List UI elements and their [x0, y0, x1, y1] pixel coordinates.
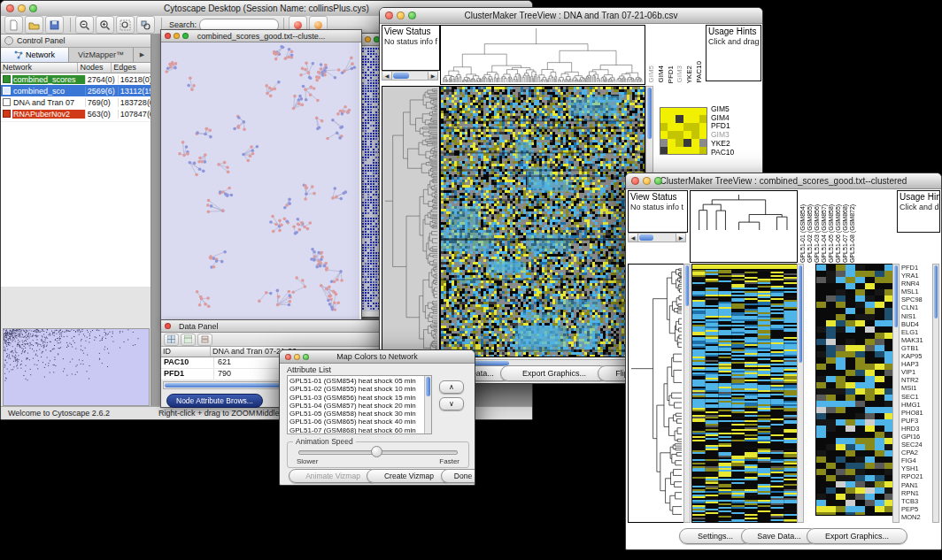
gene-label[interactable]: RNR4 [901, 280, 931, 288]
gene-label[interactable]: MON2 [901, 513, 931, 521]
network-list-row[interactable]: combined_sco2569(6)13112(15) [1, 85, 151, 96]
gene-label[interactable]: TCB3 [901, 497, 931, 505]
speed-slider-thumb[interactable] [371, 446, 382, 457]
close-button[interactable] [385, 12, 393, 19]
attribute-item[interactable]: GPL51-01 (GSM854) heat shock 05 min [290, 377, 423, 385]
gene-label[interactable]: HRD3 [901, 425, 931, 433]
scroll-right-icon[interactable]: ▶ [676, 234, 685, 242]
dendrogram-scrollbar[interactable] [683, 264, 691, 523]
frame-titlebar[interactable]: Data Panel [161, 320, 382, 333]
frame-titlebar[interactable]: combined_scores_good.txt--cluste... [161, 30, 361, 42]
gene-label[interactable]: MSI1 [901, 384, 931, 392]
create-vizmap-button[interactable]: Create Vizmap [367, 469, 452, 483]
export-graphics-button[interactable]: Export Graphics... [807, 528, 907, 544]
mini-scrollbar[interactable]: ◀ ▶ [628, 233, 686, 242]
correlation-matrix-canvas[interactable] [660, 107, 707, 155]
tab-vizmapper[interactable]: VizMapper™ [69, 48, 134, 62]
gene-label[interactable]: GTB1 [901, 344, 931, 352]
gene-list-scrollbar[interactable] [932, 264, 939, 523]
network-list-row[interactable]: combined_scores2764(0)16218(0) [1, 73, 151, 85]
gene-label[interactable]: GPI16 [901, 433, 931, 441]
column-dendrogram-canvas[interactable] [440, 25, 645, 85]
export-graphics-button[interactable]: Export Graphics... [500, 365, 608, 381]
gene-label[interactable]: PFD1 [901, 264, 931, 272]
attribute-item[interactable]: GPL51-07 (GSM868) heat shock 60 min [290, 426, 423, 434]
scrollbar-thumb[interactable] [685, 265, 689, 306]
move-up-button[interactable]: ∧ [439, 380, 464, 394]
attribute-list-scrollbar[interactable] [424, 376, 431, 433]
done-button[interactable]: Done [441, 469, 475, 483]
zoom-heatmap-scrollbar[interactable] [892, 264, 900, 523]
gene-label[interactable]: MAK31 [901, 336, 931, 344]
zoom-out-button[interactable] [75, 16, 94, 34]
gene-label[interactable]: YSH1 [901, 464, 931, 472]
animate-vizmap-button[interactable]: Animate Vizmap [289, 469, 377, 483]
network-overview-thumbnail[interactable] [3, 328, 150, 406]
attribute-options-button[interactable] [197, 334, 212, 346]
zoom-button[interactable] [408, 12, 416, 19]
heatmap-canvas[interactable] [691, 264, 798, 523]
scroll-right-icon[interactable]: ▶ [428, 72, 437, 80]
gene-label[interactable]: CPA2 [901, 449, 931, 456]
column-header-edges[interactable]: Edges [112, 63, 151, 73]
minimize-button[interactable] [174, 33, 180, 39]
column-header-id[interactable]: ID [161, 347, 211, 357]
zoom-button[interactable] [182, 33, 189, 39]
close-button[interactable] [6, 4, 14, 12]
scroll-left-icon[interactable]: ◀ [382, 72, 392, 80]
zoom-button[interactable] [29, 4, 37, 12]
row-dendrogram-canvas[interactable] [382, 86, 440, 357]
gene-label[interactable]: NTR2 [901, 376, 931, 384]
attribute-item[interactable]: GPL51-05 (GSM858) heat shock 30 min [290, 410, 423, 418]
gene-label[interactable]: RPN1 [901, 489, 931, 497]
treeview2-titlebar[interactable]: ClusterMaker TreeView : combined_scores_… [626, 173, 941, 189]
tab-network[interactable]: Network [1, 48, 69, 62]
scrollbar-thumb[interactable] [393, 73, 409, 79]
column-header-nodes[interactable]: Nodes [78, 63, 112, 73]
zoom-selected-button[interactable] [136, 16, 155, 34]
gene-label[interactable]: MSL1 [901, 288, 931, 295]
gene-label[interactable]: VIP1 [901, 368, 931, 376]
close-button[interactable] [285, 354, 291, 360]
attribute-item[interactable]: GPL51-02 (GSM855) heat shock 10 min [290, 385, 423, 393]
gene-label[interactable]: YRA1 [901, 272, 931, 280]
gene-label[interactable]: FIG4 [901, 456, 931, 464]
gene-label[interactable]: PHO81 [901, 409, 931, 417]
scroll-left-icon[interactable]: ◀ [629, 234, 638, 242]
open-session-button[interactable] [25, 16, 43, 34]
tab-overflow-arrow[interactable]: ▶ [134, 48, 151, 62]
gene-label[interactable]: PAN1 [901, 481, 931, 489]
scrollbar-thumb[interactable] [647, 88, 652, 139]
float-icon[interactable] [4, 36, 13, 45]
move-down-button[interactable]: ∨ [439, 397, 464, 410]
zoom-button[interactable] [654, 177, 662, 185]
close-button[interactable] [165, 323, 171, 329]
column-header-network[interactable]: Network [1, 63, 78, 73]
node-attribute-browser-button[interactable]: Node Attribute Brows... [166, 394, 263, 408]
gene-label[interactable]: SPC98 [901, 295, 931, 303]
gene-label[interactable]: NIS1 [901, 312, 931, 320]
close-button[interactable] [165, 33, 171, 39]
mini-scrollbar[interactable]: ◀ ▶ [382, 71, 438, 81]
zoom-heatmap-canvas[interactable] [815, 264, 893, 516]
gene-label[interactable]: PEP5 [901, 505, 931, 513]
gene-label[interactable]: KAP95 [901, 352, 931, 360]
minimize-button[interactable] [294, 354, 300, 360]
attribute-item[interactable]: GPL51-04 (GSM857) heat shock 20 min [290, 402, 423, 410]
gene-label[interactable]: PUF3 [901, 417, 931, 425]
select-attributes-button[interactable] [164, 334, 179, 346]
zoom-in-button[interactable] [96, 16, 114, 34]
gene-label[interactable]: ELG1 [901, 328, 931, 336]
gene-label[interactable]: SEC1 [901, 393, 931, 401]
attribute-item[interactable]: GPL51-06 (GSM865) heat shock 40 min [290, 418, 423, 426]
save-session-button[interactable] [45, 16, 64, 34]
minimize-button[interactable] [643, 177, 651, 185]
minimize-button[interactable] [397, 12, 405, 19]
minimize-button[interactable] [365, 36, 371, 42]
gene-label[interactable]: SEC24 [901, 441, 931, 449]
zoom-fit-button[interactable] [116, 16, 135, 34]
scrollbar-thumb[interactable] [426, 377, 430, 396]
network-list-row[interactable]: RNAPuberNov2563(0)107847(0) [1, 108, 151, 119]
new-session-button[interactable] [4, 16, 23, 34]
zoom-button[interactable] [303, 354, 309, 360]
